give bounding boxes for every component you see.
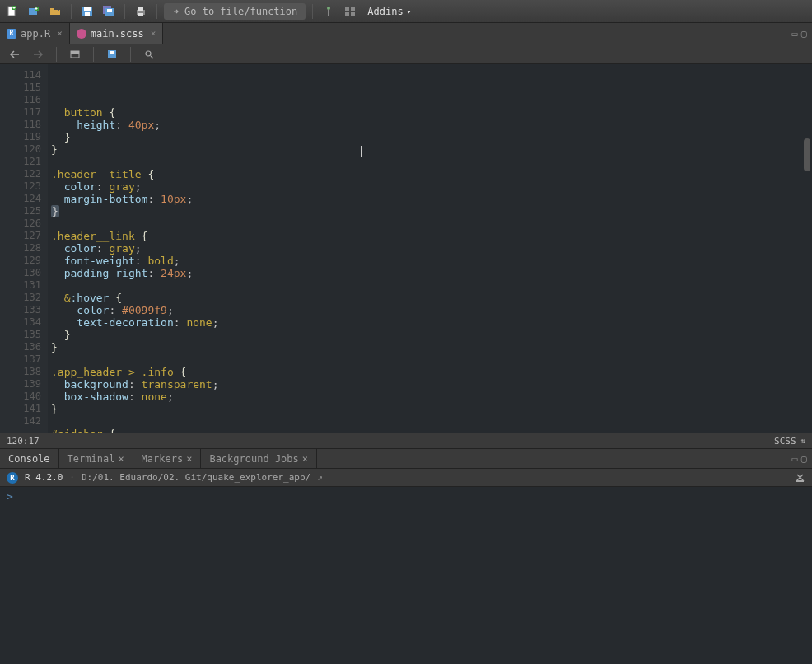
- code-line[interactable]: box-shadow: none;: [48, 390, 812, 403]
- maximize-icon[interactable]: ▢: [801, 453, 807, 465]
- svg-rect-5: [84, 7, 91, 11]
- console-pane-actions: ▭ ▢: [792, 449, 812, 468]
- scss-file-icon: [77, 29, 86, 39]
- code-line[interactable]: [48, 279, 812, 292]
- tab-label: main.scss: [91, 28, 144, 40]
- code-line[interactable]: }: [48, 143, 812, 156]
- code-line[interactable]: color: gray;: [48, 242, 812, 255]
- code-line[interactable]: &:hover {: [48, 292, 812, 304]
- r-logo-icon: R: [7, 472, 18, 484]
- chevron-updown-icon[interactable]: ⇅: [801, 437, 805, 445]
- code-line[interactable]: text-decoration: none;: [48, 316, 812, 329]
- line-number: 134: [0, 316, 48, 329]
- close-icon[interactable]: ×: [302, 453, 308, 465]
- save-icon[interactable]: [104, 47, 120, 62]
- grid-icon[interactable]: [341, 2, 359, 21]
- code-line[interactable]: padding-right: 24px;: [48, 267, 812, 279]
- code-line[interactable]: .header__title {: [48, 168, 812, 180]
- new-file-icon[interactable]: [3, 2, 21, 21]
- language-mode[interactable]: SCSS: [774, 436, 796, 447]
- svg-point-13: [327, 7, 330, 10]
- forward-icon[interactable]: [30, 47, 46, 62]
- svg-rect-17: [345, 12, 349, 16]
- code-editor[interactable]: 1141151161171181191201211221231241251261…: [0, 64, 812, 433]
- tab-label: app.R: [21, 28, 50, 40]
- save-icon[interactable]: [78, 2, 96, 21]
- line-number: 142: [0, 415, 48, 428]
- code-line[interactable]: .app_header > .info {: [48, 366, 812, 378]
- tab-console[interactable]: Console: [0, 449, 59, 468]
- code-content[interactable]: button { height: 40px; }}.header__title …: [48, 64, 812, 433]
- code-line[interactable]: }: [48, 403, 812, 415]
- close-icon[interactable]: ×: [151, 28, 156, 39]
- close-icon[interactable]: ×: [57, 28, 63, 39]
- find-icon[interactable]: [141, 47, 157, 62]
- clear-icon[interactable]: [794, 472, 805, 484]
- svg-rect-9: [107, 9, 112, 12]
- code-line[interactable]: }: [48, 329, 812, 341]
- show-in-new-window-icon[interactable]: [67, 47, 83, 62]
- tab-main-scss[interactable]: main.scss ×: [70, 23, 164, 44]
- working-directory[interactable]: D:/01. Eduardo/02. Git/quake_explorer_ap…: [82, 472, 310, 483]
- toolbar-separator: [56, 47, 57, 62]
- line-number: 132: [0, 292, 48, 304]
- code-line[interactable]: }: [48, 341, 812, 353]
- line-number: 125: [0, 205, 48, 217]
- code-line[interactable]: color: #0099f9;: [48, 304, 812, 316]
- line-number: 133: [0, 304, 48, 316]
- goto-file-function[interactable]: Go to file/function: [164, 3, 306, 20]
- addins-menu[interactable]: Addins ▾: [362, 2, 416, 21]
- code-line[interactable]: button {: [48, 106, 812, 119]
- line-number: 127: [0, 230, 48, 242]
- build-icon[interactable]: [320, 2, 338, 21]
- tab-terminal[interactable]: Terminal ×: [59, 449, 133, 468]
- code-line[interactable]: }: [48, 131, 812, 143]
- minimize-icon[interactable]: ▭: [792, 28, 798, 40]
- back-icon[interactable]: [7, 47, 23, 62]
- svg-rect-16: [351, 7, 355, 11]
- code-line[interactable]: .header__link {: [48, 230, 812, 242]
- open-file-icon[interactable]: [46, 2, 64, 21]
- goto-label: Go to file/function: [184, 6, 297, 17]
- tab-background-jobs[interactable]: Background Jobs ×: [201, 449, 317, 468]
- close-icon[interactable]: ×: [118, 453, 124, 465]
- close-icon[interactable]: ×: [186, 453, 192, 465]
- maximize-icon[interactable]: ▢: [801, 28, 807, 40]
- console-body[interactable]: >: [0, 487, 812, 664]
- line-number: 135: [0, 329, 48, 341]
- tab-markers[interactable]: Markers ×: [133, 449, 202, 468]
- code-line[interactable]: [48, 156, 812, 168]
- save-all-icon[interactable]: [100, 2, 118, 21]
- code-line[interactable]: background: transparent;: [48, 378, 812, 390]
- line-number: 129: [0, 255, 48, 267]
- scrollbar-thumb[interactable]: [804, 138, 810, 171]
- dot-separator: ·: [69, 472, 75, 483]
- popout-icon[interactable]: ↗: [317, 472, 323, 483]
- line-number: 138: [0, 366, 48, 378]
- minimize-icon[interactable]: ▭: [792, 453, 798, 465]
- code-line[interactable]: }: [48, 205, 812, 217]
- tab-app-r[interactable]: R app.R ×: [0, 23, 70, 44]
- line-number: 126: [0, 217, 48, 230]
- code-line[interactable]: margin-bottom: 10px;: [48, 193, 812, 205]
- line-number: 116: [0, 94, 48, 106]
- tab-label: Background Jobs: [209, 453, 298, 465]
- line-number: 123: [0, 180, 48, 193]
- code-line[interactable]: #sidebar {: [48, 428, 812, 433]
- toolbar-separator: [312, 4, 313, 19]
- toolbar-separator: [93, 47, 94, 62]
- svg-rect-24: [796, 480, 804, 482]
- console-header: R R 4.2.0 · D:/01. Eduardo/02. Git/quake…: [0, 469, 812, 487]
- code-line[interactable]: font-weight: bold;: [48, 255, 812, 267]
- code-line[interactable]: [48, 415, 812, 428]
- code-line[interactable]: height: 40px;: [48, 119, 812, 131]
- line-number: 141: [0, 403, 48, 415]
- code-line[interactable]: color: gray;: [48, 180, 812, 193]
- print-icon[interactable]: [132, 2, 150, 21]
- toolbar-separator: [156, 4, 157, 19]
- new-project-icon[interactable]: [25, 2, 43, 21]
- code-line[interactable]: [48, 217, 812, 230]
- toolbar-separator: [130, 47, 131, 62]
- code-line[interactable]: [48, 353, 812, 366]
- svg-rect-20: [71, 51, 79, 54]
